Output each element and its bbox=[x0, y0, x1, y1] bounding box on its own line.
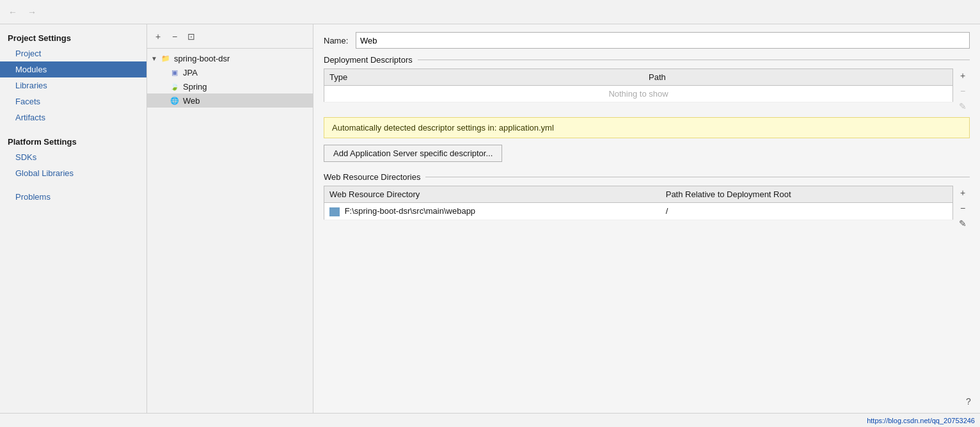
sidebar-item-sdks[interactable]: SDKs bbox=[0, 149, 146, 165]
wr-col-path: Path Relative to Deployment Root bbox=[661, 186, 953, 203]
deployment-descriptors-section: Deployment Descriptors Type Path Nothing… bbox=[324, 55, 970, 162]
sidebar-item-modules[interactable]: Modules bbox=[0, 61, 146, 77]
wr-row-dir: F:\spring-boot-dsr\src\main\webapp bbox=[324, 203, 661, 220]
dd-table: Type Path Nothing to show bbox=[324, 68, 953, 102]
sidebar-item-project[interactable]: Project bbox=[0, 45, 146, 61]
name-row: Name: bbox=[313, 24, 980, 55]
tree-remove-button[interactable]: − bbox=[168, 29, 182, 44]
dd-remove-button[interactable]: − bbox=[956, 84, 970, 98]
sidebar-spacer2 bbox=[0, 181, 146, 189]
back-button[interactable]: ← bbox=[5, 4, 20, 20]
tree-panel: + − ⊡ ▼ 📁 spring-boot-dsr ▣ JPA 🍃 Spring bbox=[147, 24, 313, 413]
sidebar-item-global-libraries[interactable]: Global Libraries bbox=[0, 165, 146, 181]
status-bar: https://blog.csdn.net/qq_20753246 bbox=[0, 413, 980, 427]
dd-empty-row: Nothing to show bbox=[324, 86, 953, 102]
main-container: Project Settings Project Modules Librari… bbox=[0, 24, 980, 413]
auto-detect-box: Automatically detected descriptor settin… bbox=[324, 117, 970, 138]
tree-label-web: Web bbox=[183, 96, 200, 106]
web-icon: 🌐 bbox=[169, 95, 180, 106]
deployment-descriptors-header: Deployment Descriptors bbox=[324, 55, 970, 65]
spring-icon: 🍃 bbox=[169, 81, 180, 92]
toolbar: ← → bbox=[0, 0, 980, 24]
dd-table-wrapper: Type Path Nothing to show + − ✎ bbox=[324, 68, 970, 113]
tree-node-jpa[interactable]: ▣ JPA bbox=[147, 65, 313, 79]
wr-row-path: / bbox=[661, 203, 953, 220]
wr-table: Web Resource Directory Path Relative to … bbox=[324, 186, 953, 220]
dd-col-path: Path bbox=[644, 69, 953, 86]
tree-root-label: spring-boot-dsr bbox=[174, 54, 230, 63]
help-button[interactable]: ? bbox=[962, 395, 975, 408]
forward-button[interactable]: → bbox=[24, 4, 40, 20]
wr-add-button[interactable]: + bbox=[956, 186, 970, 200]
name-input[interactable] bbox=[356, 32, 970, 49]
wr-table-wrapper: Web Resource Directory Path Relative to … bbox=[324, 186, 970, 230]
sidebar: Project Settings Project Modules Librari… bbox=[0, 24, 147, 413]
dd-add-button[interactable]: + bbox=[956, 68, 970, 83]
sidebar-item-libraries[interactable]: Libraries bbox=[0, 77, 146, 93]
dd-side-buttons: + − ✎ bbox=[953, 68, 970, 113]
platform-settings-title: Platform Settings bbox=[0, 133, 146, 149]
project-settings-title: Project Settings bbox=[0, 29, 146, 45]
tree-content: ▼ 📁 spring-boot-dsr ▣ JPA 🍃 Spring 🌐 Web bbox=[147, 49, 313, 110]
resource-folder-icon bbox=[329, 207, 340, 216]
tree-root-node[interactable]: ▼ 📁 spring-boot-dsr bbox=[147, 51, 313, 65]
tree-label-spring: Spring bbox=[183, 82, 207, 92]
dd-col-type: Type bbox=[324, 69, 644, 86]
content-panel: Name: Deployment Descriptors Type Path N… bbox=[313, 24, 980, 413]
add-descriptor-button[interactable]: Add Application Server specific descript… bbox=[324, 145, 502, 162]
sidebar-spacer1 bbox=[0, 125, 146, 133]
wr-side-buttons: + − ✎ bbox=[953, 186, 970, 230]
folder-icon: 📁 bbox=[160, 53, 171, 63]
dd-edit-button[interactable]: ✎ bbox=[956, 99, 970, 113]
wr-remove-button[interactable]: − bbox=[956, 201, 970, 215]
name-label: Name: bbox=[324, 36, 349, 45]
web-resource-header: Web Resource Directories bbox=[324, 172, 970, 182]
tree-node-spring[interactable]: 🍃 Spring bbox=[147, 79, 313, 93]
tree-add-button[interactable]: + bbox=[151, 29, 165, 44]
tree-label-jpa: JPA bbox=[183, 68, 198, 77]
tree-toolbar: + − ⊡ bbox=[147, 24, 313, 49]
dd-empty-msg: Nothing to show bbox=[324, 86, 953, 102]
tree-arrow-root: ▼ bbox=[151, 55, 160, 62]
sidebar-item-problems[interactable]: Problems bbox=[0, 189, 146, 205]
sidebar-item-facets[interactable]: Facets bbox=[0, 93, 146, 109]
tree-node-web[interactable]: 🌐 Web bbox=[147, 93, 313, 108]
tree-copy-button[interactable]: ⊡ bbox=[184, 29, 198, 44]
wr-edit-button[interactable]: ✎ bbox=[956, 216, 970, 230]
web-resource-section: Web Resource Directories Web Resource Di… bbox=[324, 172, 970, 230]
status-link[interactable]: https://blog.csdn.net/qq_20753246 bbox=[867, 417, 975, 424]
jpa-icon: ▣ bbox=[169, 67, 180, 77]
sidebar-item-artifacts[interactable]: Artifacts bbox=[0, 109, 146, 125]
wr-col-dir: Web Resource Directory bbox=[324, 186, 661, 203]
wr-row[interactable]: F:\spring-boot-dsr\src\main\webapp / bbox=[324, 203, 953, 220]
